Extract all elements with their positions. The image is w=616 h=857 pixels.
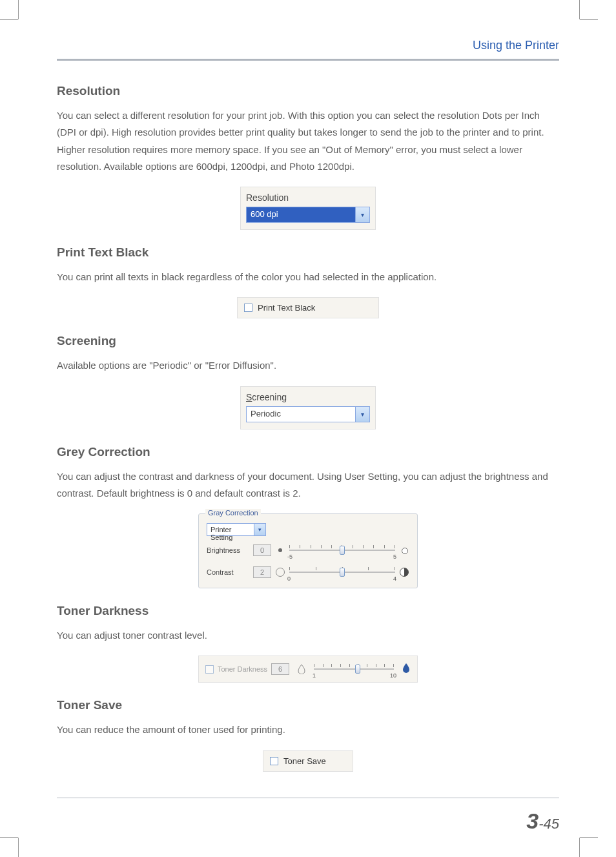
contrast-min-label: 0 [287,575,291,582]
text-screening: Available options are "Periodic" or "Err… [57,357,559,374]
contrast-high-icon [399,567,409,577]
toner-darkness-value-box: 6 [271,663,289,675]
text-toner-darkness: You can adjust toner contrast level. [57,627,559,644]
contrast-label: Contrast [207,568,253,576]
brightness-slider[interactable]: -5 5 [289,550,395,551]
brightness-label: Brightness [207,546,253,554]
figure-toner-darkness: Toner Darkness 6 1 10 [57,656,559,683]
brightness-max-label: 5 [393,553,396,560]
page-footer: 3-45 [57,809,559,834]
figure-screening: Screening Periodic ▾ [57,386,559,429]
figure-resolution: Resolution 600 dpi ▾ [57,187,559,230]
crop-mark [580,19,598,20]
crop-mark [580,837,598,838]
toner-darkness-checkbox[interactable] [205,665,214,674]
droplet-full-icon [402,663,411,676]
heading-print-text-black: Print Text Black [57,245,559,260]
heading-resolution: Resolution [57,84,559,98]
contrast-low-icon [275,567,285,577]
figure-print-text-black: Print Text Black [57,297,559,318]
heading-screening: Screening [57,334,559,348]
gray-correction-legend: Gray Correction [205,509,261,517]
toner-darkness-checkbox-label: Toner Darkness [218,665,267,673]
screening-label: Screening [246,392,370,402]
chevron-down-icon: ▾ [355,407,369,422]
header-section-title: Using the Printer [473,39,559,52]
heading-toner-save: Toner Save [57,698,559,712]
text-resolution: You can select a different resolution fo… [57,107,559,175]
footer-rule [57,798,559,798]
contrast-slider[interactable]: 0 4 [289,572,395,573]
contrast-max-label: 4 [393,575,396,582]
brightness-min-label: -5 [287,553,293,560]
toner-darkness-min-label: 1 [313,672,316,679]
text-print-text-black: You can print all texts in black regardl… [57,269,559,285]
toner-darkness-slider-thumb[interactable] [355,665,360,674]
footer-chapter-number: 3 [526,809,539,833]
gray-correction-setting-value: Printer Setting [207,524,254,535]
contrast-slider-thumb[interactable] [340,568,345,577]
brightness-slider-thumb[interactable] [340,546,345,555]
figure-grey-correction: Gray Correction Printer Setting ▾ Bright… [57,513,559,588]
figure-toner-save: Toner Save [57,750,559,772]
resolution-dropdown-value: 600 dpi [247,207,355,222]
text-grey-correction: You can adjust the contrast and darkness… [57,468,559,502]
gray-correction-setting-dropdown[interactable]: Printer Setting ▾ [207,523,266,536]
page-header: Using the Printer [57,39,559,61]
crop-mark [0,19,18,20]
footer-page-number: -45 [539,816,559,832]
print-text-black-checkbox[interactable] [244,304,252,312]
toner-darkness-slider[interactable]: 1 10 [314,668,394,670]
resolution-dropdown[interactable]: 600 dpi ▾ [246,207,370,223]
chevron-down-icon: ▾ [254,524,265,535]
print-text-black-checkbox-label: Print Text Black [258,303,315,313]
resolution-label: Resolution [246,192,370,203]
toner-darkness-max-label: 10 [390,672,396,679]
screening-dropdown[interactable]: Periodic ▾ [246,406,370,422]
toner-save-checkbox[interactable] [270,757,278,765]
crop-mark [18,838,19,857]
crop-mark [579,0,580,19]
crop-mark [0,837,18,838]
brightness-value-box: 0 [253,544,271,556]
heading-toner-darkness: Toner Darkness [57,604,559,618]
brightness-high-icon [399,545,409,555]
droplet-empty-icon [297,664,306,674]
chevron-down-icon: ▾ [355,207,369,222]
text-toner-save: You can reduce the amount of toner used … [57,721,559,738]
crop-mark [18,0,19,19]
brightness-low-icon [275,545,285,555]
heading-grey-correction: Grey Correction [57,445,559,459]
toner-save-checkbox-label: Toner Save [283,756,326,766]
contrast-value-box: 2 [253,566,271,578]
crop-mark [579,838,580,857]
screening-dropdown-value: Periodic [247,407,355,422]
